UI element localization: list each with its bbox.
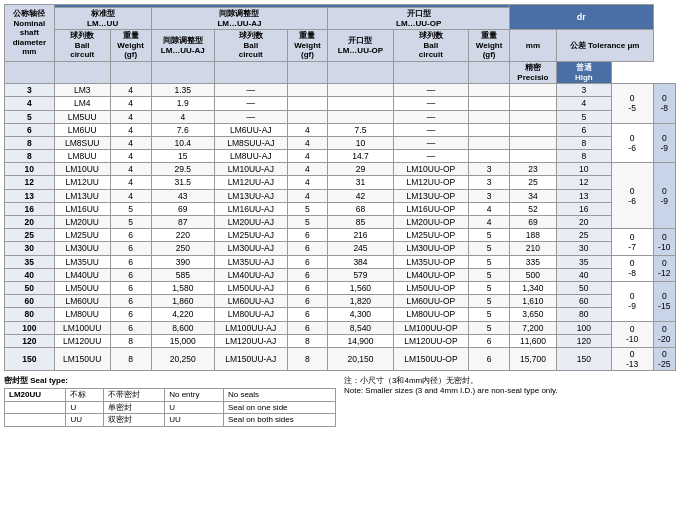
u-desc-en: Seal on one side [223, 401, 335, 414]
nominal-cell: 150 [5, 347, 55, 370]
blank7 [328, 61, 393, 83]
bc2-cell: 4 [287, 163, 328, 176]
high-cell: 0-10 [653, 229, 676, 255]
open-cell: — [393, 136, 469, 149]
mm-cell: 25 [556, 229, 611, 242]
page-container: 公称轴径Nominalshaftdiametermm dr 标准型LM…UU 间… [0, 0, 680, 431]
wt3-cell: 11,600 [510, 334, 557, 347]
bc2-cell: 4 [287, 189, 328, 202]
seal-type-label: 密封型 Seal type: [4, 376, 68, 385]
table-row: 6LM6UU47.6LM6UU-AJ47.5—60-60-9 [5, 123, 676, 136]
wt1-cell: 7.6 [151, 123, 214, 136]
main-table: 公称轴径Nominalshaftdiametermm dr 标准型LM…UU 间… [4, 4, 676, 371]
bc3-cell: 5 [469, 268, 510, 281]
footer-left: 密封型 Seal type: LM20UU 不标 不带密封 No entry N… [4, 375, 336, 427]
wt1-cell: 87 [151, 216, 214, 229]
bc1-cell: 5 [110, 216, 151, 229]
mm-cell: 100 [556, 321, 611, 334]
wt1-cell: 220 [151, 229, 214, 242]
adj-cell: LM8UU-AJ [215, 150, 288, 163]
high-cell: 0-12 [653, 255, 676, 281]
example-label: LM20UU [5, 389, 66, 402]
precision-cell: 0-6 [611, 163, 653, 229]
uu-symbol: UU [66, 414, 103, 427]
wt1-cell: 15,000 [151, 334, 214, 347]
table-row: 60LM60UU61,860LM60UU-AJ61,820LM60UU-OP51… [5, 295, 676, 308]
bc1-cell: 4 [110, 136, 151, 149]
bc1-cell: 6 [110, 281, 151, 294]
table-row: 4LM441.9——4 [5, 97, 676, 110]
nominal-cell: 100 [5, 321, 55, 334]
bc2-header: 球列数Ballcircuit [215, 30, 288, 62]
table-row: 80LM80UU64,220LM80UU-AJ64,300LM80UU-OP53… [5, 308, 676, 321]
bc3-cell: 6 [469, 347, 510, 370]
wt3-cell: 69 [510, 216, 557, 229]
table-row: 120LM120UU815,000LM120UU-AJ814,900LM120U… [5, 334, 676, 347]
mm-cell: 13 [556, 189, 611, 202]
bc2-cell: 8 [287, 334, 328, 347]
wt1-cell: 29.5 [151, 163, 214, 176]
blank2 [54, 61, 110, 83]
std-cell: LM8SUU [54, 136, 110, 149]
adj-cell: LM13UU-AJ [215, 189, 288, 202]
wt2-cell [328, 97, 393, 110]
adj-cell: LM40UU-AJ [215, 268, 288, 281]
bc3-cell [469, 110, 510, 123]
nominal-cell: 20 [5, 216, 55, 229]
open-cell: LM12UU-OP [393, 176, 469, 189]
wt3-cell [510, 110, 557, 123]
blank8 [393, 61, 469, 83]
open-cell: LM60UU-OP [393, 295, 469, 308]
bc3-cell: 5 [469, 255, 510, 268]
adj-cell: LM8SUU-AJ [215, 136, 288, 149]
open-cell: LM10UU-OP [393, 163, 469, 176]
table-row: 13LM13UU443LM13UU-AJ442LM13UU-OP33413 [5, 189, 676, 202]
open-cell: LM100UU-OP [393, 321, 469, 334]
uu-desc-jp: 双密封 [103, 414, 164, 427]
table-row: 150LM150UU820,250LM150UU-AJ820,150LM150U… [5, 347, 676, 370]
mm-cell: 5 [556, 110, 611, 123]
nominal-cell: 40 [5, 268, 55, 281]
adj-cell: LM16UU-AJ [215, 202, 288, 215]
mm-cell: 8 [556, 136, 611, 149]
footer-section: 密封型 Seal type: LM20UU 不标 不带密封 No entry N… [4, 375, 676, 427]
std-cell: LM3 [54, 84, 110, 97]
bc1-cell: 6 [110, 242, 151, 255]
adj-cell: LM12UU-AJ [215, 176, 288, 189]
u-symbol: U [66, 401, 103, 414]
wt1-cell: 8,600 [151, 321, 214, 334]
bc1-cell: 6 [110, 321, 151, 334]
wt2-cell: 384 [328, 255, 393, 268]
wt3-cell: 3,650 [510, 308, 557, 321]
nominal-cell: 35 [5, 255, 55, 268]
adj-cell: LM120UU-AJ [215, 334, 288, 347]
bc3-cell: 5 [469, 308, 510, 321]
wt2-cell: 42 [328, 189, 393, 202]
bc3-cell: 5 [469, 321, 510, 334]
bc3-cell [469, 123, 510, 136]
seal-type-table: LM20UU 不标 不带密封 No entry No seals U 单密封 U… [4, 388, 336, 427]
bc1-cell: 6 [110, 229, 151, 242]
bc1-cell: 4 [110, 176, 151, 189]
std-cell: LM5UU [54, 110, 110, 123]
open-cell: LM16UU-OP [393, 202, 469, 215]
open-cell: LM30UU-OP [393, 242, 469, 255]
adj-cell: — [215, 97, 288, 110]
std-cell: LM30UU [54, 242, 110, 255]
bc2-cell [287, 110, 328, 123]
adj-cell: LM35UU-AJ [215, 255, 288, 268]
wt2-cell: 10 [328, 136, 393, 149]
wt2-cell: 4,300 [328, 308, 393, 321]
wt3-cell: 500 [510, 268, 557, 281]
high-cell: 0-15 [653, 281, 676, 321]
nominal-cell: 6 [5, 123, 55, 136]
std-cell: LM150UU [54, 347, 110, 370]
precision-cell: 0-8 [611, 255, 653, 281]
blank-label [5, 401, 66, 414]
std-cell: LM50UU [54, 281, 110, 294]
blank-label2 [5, 414, 66, 427]
wt1-cell: 1.35 [151, 84, 214, 97]
wt3-cell: 7,200 [510, 321, 557, 334]
std-type-header: 标准型LM…UU [54, 8, 151, 30]
wt3-header: 重量Weight(gf) [469, 30, 510, 62]
